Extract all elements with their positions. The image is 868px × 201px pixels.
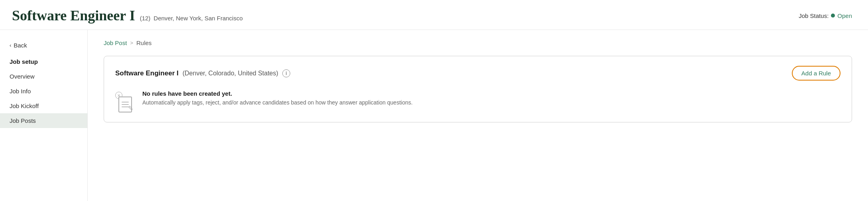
- sidebar-item-overview[interactable]: Overview: [0, 69, 87, 84]
- job-status: Job Status: Open: [799, 12, 852, 19]
- rules-card-title: Software Engineer I (Denver, Colorado, U…: [115, 69, 290, 77]
- breadcrumb-job-post-link[interactable]: Job Post: [104, 39, 127, 46]
- page-header: Software Engineer I (12) Denver, New Yor…: [0, 0, 868, 30]
- sidebar-item-job-info[interactable]: Job Info: [0, 84, 87, 99]
- sidebar: ‹ Back Job setup Overview Job Info Job K…: [0, 30, 88, 201]
- info-icon[interactable]: i: [282, 69, 290, 77]
- main-content: Job Post > Rules Software Engineer I (De…: [88, 30, 868, 201]
- status-dot-icon: [831, 14, 835, 18]
- sidebar-item-job-kickoff[interactable]: Job Kickoff: [0, 99, 87, 113]
- back-label: Back: [14, 42, 27, 49]
- pencil-icon: ✎: [128, 104, 136, 112]
- breadcrumb-separator: >: [130, 40, 133, 46]
- rules-job-location: (Denver, Colorado, United States): [183, 70, 278, 77]
- status-value: Open: [837, 12, 852, 19]
- page-title: Software Engineer I: [12, 7, 135, 24]
- add-rule-button[interactable]: Add a Rule: [792, 66, 840, 81]
- rules-job-title: Software Engineer I: [115, 69, 179, 77]
- applicant-count: (12): [140, 15, 151, 22]
- back-arrow-icon: ‹: [10, 42, 11, 48]
- empty-state-description: Automatically apply tags, reject, and/or…: [142, 99, 413, 107]
- empty-state: ✕ ✎ No rules have been created yet.: [115, 90, 840, 112]
- status-label: Job Status:: [799, 12, 829, 19]
- body-layout: ‹ Back Job setup Overview Job Info Job K…: [0, 30, 868, 201]
- header-left: Software Engineer I (12) Denver, New Yor…: [12, 7, 243, 24]
- empty-state-text: No rules have been created yet. Automati…: [142, 90, 413, 107]
- sidebar-section-title: Job setup: [0, 56, 87, 67]
- empty-state-icon: ✕ ✎: [115, 92, 136, 112]
- header-meta: (12) Denver, New York, San Francisco: [140, 15, 243, 22]
- empty-state-heading: No rules have been created yet.: [142, 90, 413, 97]
- rules-card: Software Engineer I (Denver, Colorado, U…: [104, 56, 852, 122]
- rules-card-header: Software Engineer I (Denver, Colorado, U…: [115, 66, 840, 81]
- breadcrumb-current: Rules: [136, 39, 152, 46]
- breadcrumb: Job Post > Rules: [104, 39, 852, 46]
- page-wrapper: Software Engineer I (12) Denver, New Yor…: [0, 0, 868, 201]
- doc-line-1: [122, 102, 129, 102]
- sidebar-item-job-posts[interactable]: Job Posts: [0, 113, 87, 128]
- back-link[interactable]: ‹ Back: [0, 39, 87, 56]
- job-locations: Denver, New York, San Francisco: [154, 15, 242, 22]
